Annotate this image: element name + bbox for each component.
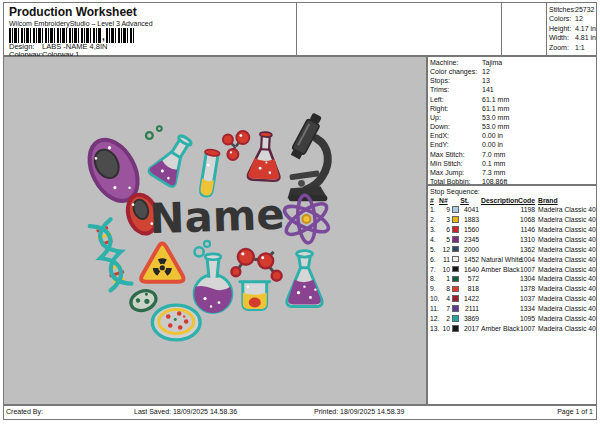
page-number: Page 1 of 1 [557,408,593,415]
tilted-flask-icon [148,130,199,188]
header-spacer-cell [296,2,502,56]
barcode-bars-right [106,28,134,43]
stop-sequence-row: 5.1220001362Madeira Classic 40 [428,245,596,255]
stat-row: Height:4.17 in [547,24,596,33]
stop-sequence-header: # N# St. Description Code Brand [428,196,596,205]
stop-sequence-row: 2.318831068Madeira Classic 40 [428,215,596,225]
thread-color-chip [452,236,459,243]
flask-large-icon [287,251,322,307]
bubbles-icon [146,126,162,139]
round-flask-icon [194,241,232,313]
microbe-icon [128,287,159,314]
thread-color-chip [452,325,459,332]
stat-row: Zoom:1:1 [547,43,596,52]
molecule-2-icon [231,249,281,281]
machine-row: Machine:Tajima [428,58,596,67]
machine-row: Max Stitch:7.0 mm [428,150,596,159]
col-brand: Brand [535,196,596,205]
barcode-bars-left [9,28,101,43]
stop-sequence-row: 10.414221037Madeira Classic 40 [428,294,596,304]
stop-sequence-row: 13.102017Amber Black1007Madeira Classic … [428,324,596,334]
col-needle: N# [439,196,450,205]
stop-sequence-row: 12.238691095Madeira Classic 40 [428,314,596,324]
test-tube-icon [198,149,220,197]
machine-row: Stops:13 [428,76,596,85]
created-by-label: Created By: [6,408,43,415]
microscope-icon [288,112,328,201]
stop-sequence-row: 11.721111334Madeira Classic 40 [428,304,596,314]
stop-sequence-row: 1.940411198Madeira Classic 40 [428,205,596,215]
thread-color-chip [452,286,459,293]
col-description: Description [479,196,516,205]
machine-row: EndY:0.00 in [428,140,596,149]
header-small-cell [501,2,547,56]
machine-row: Up:53.0 mm [428,113,596,122]
stop-sequence-title: Stop Sequence: [428,186,596,196]
stop-sequence-row: 6.111452Natural White1004Madeira Classic… [428,255,596,265]
stop-sequence-panel: Stop Sequence: # N# St. Description Code… [427,185,597,405]
thread-color-chip [452,206,459,213]
petri-dish-icon [152,305,200,340]
thread-color-chip [452,256,459,263]
col-stitch: St. [450,196,479,205]
thread-color-chip [452,216,459,223]
footer-bar: Created By: Last Saved: 18/09/2025 14.58… [3,405,597,420]
stat-row: Colors:12 [547,14,596,23]
dna-icon [90,219,132,290]
flask-red-icon [248,131,282,181]
machine-row: Color changes:12 [428,67,596,76]
atom-icon [281,195,331,244]
machine-row: Right:61.1 mm [428,104,596,113]
stat-row: Stitches:25732 [547,5,596,14]
design-preview: Name [3,56,427,405]
design-name-text: Name [149,190,286,244]
stop-sequence-row: 8.15721304Madeira Classic 40 [428,274,596,284]
stop-sequence-rows: 1.940411198Madeira Classic 402.318831068… [428,205,596,334]
col-code: Code [516,196,535,205]
molecule-icon [223,131,249,160]
beaker-icon [240,282,270,310]
machine-row: Max Jump:7.3 mm [428,168,596,177]
production-worksheet-page: Production Worksheet Wilcom EmbroiderySt… [0,0,600,424]
stat-row: Width:4.81 in [547,33,596,42]
thread-color-chip [452,266,459,273]
machine-panel: Machine:TajimaColor changes:12Stops:13Tr… [427,56,597,185]
thread-color-chip [452,226,459,233]
thread-color-chip [452,246,459,253]
thread-color-chip [452,315,459,322]
stop-sequence-row: 7.101640Amber Black1007Madeira Classic 4… [428,265,596,275]
thread-color-chip [452,295,459,302]
machine-row: Left:61.1 mm [428,95,596,104]
stats-panel: Stitches:25732Colors:12Height:4.17 inWid… [546,2,597,56]
machine-row: Min Stitch:0.1 mm [428,159,596,168]
barcode: , [9,28,134,43]
machine-row: EndX:0.00 in [428,131,596,140]
last-saved-label: Last Saved: 18/09/2025 14.58.36 [134,408,237,415]
thread-color-chip [452,276,459,283]
embroidery-design: Name [4,57,426,404]
machine-row: Trims:141 [428,85,596,94]
thread-color-chip [452,305,459,312]
machine-row: Down:53.0 mm [428,122,596,131]
stop-sequence-row: 9.88181378Madeira Classic 40 [428,284,596,294]
printed-label: Printed: 18/09/2025 14.58.39 [314,408,404,415]
header-panel: Production Worksheet Wilcom EmbroiderySt… [3,2,297,56]
app-subtitle: Wilcom EmbroideryStudio – Level 3 Advanc… [9,20,153,27]
stop-sequence-row: 3.615601146Madeira Classic 40 [428,225,596,235]
page-title: Production Worksheet [9,5,137,19]
radiation-icon [141,243,183,281]
stop-sequence-row: 4.523451310Madeira Classic 40 [428,235,596,245]
col-num: # [430,196,439,205]
